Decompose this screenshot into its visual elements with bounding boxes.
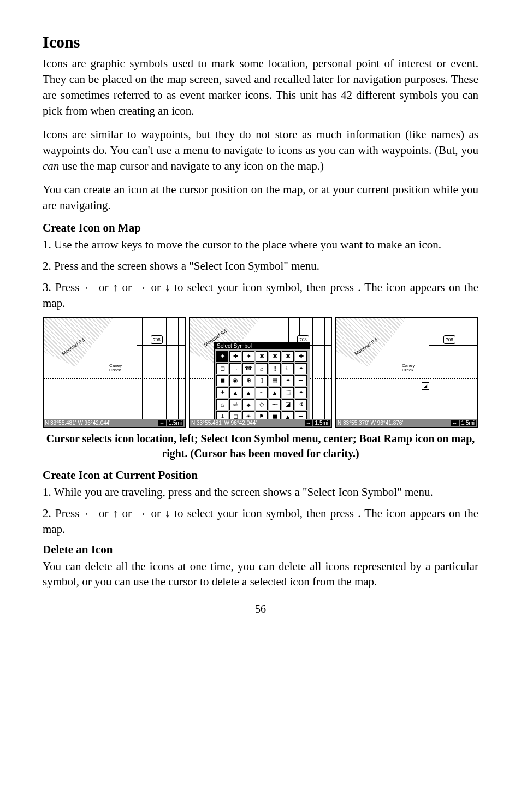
map-screenshot-center: 708 Moncrief Rd Select Symbol ✦✚✦✖✖✖✚◻→☎… <box>189 317 332 428</box>
symbol-cell[interactable]: ✦ <box>282 375 294 386</box>
symbol-cell[interactable]: ↯ <box>295 399 307 410</box>
step-1-2: 2. Press and the screen shows a "Select … <box>43 258 478 274</box>
manual-page: Icons Icons are graphic symbols used to … <box>0 0 521 637</box>
symbol-cell[interactable]: ▲ <box>229 387 241 398</box>
symbol-cell[interactable]: ▲ <box>269 387 281 398</box>
popup-title: Select Symbol <box>215 342 310 349</box>
symbol-cell[interactable]: ☾ <box>282 363 294 374</box>
symbol-cell[interactable]: ✦ <box>216 351 228 362</box>
status-bar: N 33°55.481' W 96°42.044' ↔ 1.5mi <box>44 419 185 427</box>
scale-arrow-icon: ↔ <box>451 420 459 426</box>
symbol-cell[interactable]: ⁓ <box>269 399 281 410</box>
symbol-cell[interactable]: ✖ <box>269 351 281 362</box>
route-shield: 708 <box>151 335 163 344</box>
symbol-cell[interactable]: ◼ <box>216 375 228 386</box>
symbol-cell[interactable]: ✦ <box>295 387 307 398</box>
text-part-b: use the map cursor and navigate to any i… <box>59 159 324 173</box>
symbol-cell[interactable]: ✦ <box>295 363 307 374</box>
symbol-cell[interactable]: ▲ <box>242 387 254 398</box>
status-bar: N 33°55.481' W 96°42.044' ↔ 1.5mi <box>190 419 331 427</box>
symbol-cell[interactable]: → <box>229 363 241 374</box>
paragraph-create-note: You can create an icon at the cursor pos… <box>43 182 478 214</box>
step-1-1: 1. Use the arrow keys to move the cursor… <box>43 237 478 253</box>
paragraph-intro: Icons are graphic symbols used to mark s… <box>43 56 478 119</box>
subheading-delete: Delete an Icon <box>43 543 478 556</box>
symbol-cell[interactable]: ‼ <box>269 363 281 374</box>
symbol-cell[interactable]: ▤ <box>269 375 281 386</box>
map-screenshot-left: 708 Moncrief Rd Caney Creek N 33°55.481'… <box>43 317 186 428</box>
symbol-cell[interactable]: ✚ <box>295 351 307 362</box>
symbol-cell[interactable]: ✦ <box>216 387 228 398</box>
map-screenshot-right: 708 Moncrief Rd Caney Creek ◢ N 33°55.37… <box>335 317 478 428</box>
symbol-cell[interactable]: ◪ <box>282 399 294 410</box>
figure-caption: Cursor selects icon location, left; Sele… <box>43 431 478 461</box>
status-bar: N 33°55.370' W 96°41.876' ↔ 1.5mi <box>336 419 477 427</box>
coords-text: N 33°55.481' W 96°42.044' <box>191 420 257 426</box>
paragraph-delete: You can delete all the icons at one time… <box>43 559 478 590</box>
symbol-cell[interactable]: ◻ <box>216 363 228 374</box>
page-number: 56 <box>43 603 478 615</box>
symbol-cell[interactable]: ☠ <box>229 399 241 410</box>
step-2-1: 1. While you are traveling, press and th… <box>43 484 478 500</box>
boat-ramp-icon: ◢ <box>422 382 429 390</box>
symbol-cell[interactable]: ◉ <box>229 375 241 386</box>
symbol-cell[interactable]: ♣ <box>242 399 254 410</box>
scale-value: 1.5mi <box>167 420 183 426</box>
symbol-cell[interactable]: ☰ <box>295 375 307 386</box>
text-part-a: Icons are similar to waypoints, but they… <box>43 128 478 157</box>
symbol-cell[interactable]: ☎ <box>242 363 254 374</box>
subheading-create-current: Create Icon at Current Position <box>43 469 478 482</box>
scale-value: 1.5mi <box>313 420 330 426</box>
scale-arrow-icon: ↔ <box>158 420 166 426</box>
symbol-cell[interactable]: ✚ <box>229 351 241 362</box>
route-shield: 708 <box>443 335 455 344</box>
symbol-cell[interactable]: ◇ <box>256 399 268 410</box>
symbol-grid[interactable]: ✦✚✦✖✖✖✚◻→☎⌂‼☾✦◼◉⊕▯▤✦☰✦▲▲~▲⬚✦⌂☠♣◇⁓◪↯↧◻☀⚑◼… <box>215 349 310 424</box>
step-1-3: 3. Press ← or ↑ or → or ↓ to select your… <box>43 280 478 311</box>
creek-label: Caney Creek <box>109 364 125 372</box>
select-symbol-popup: Select Symbol ✦✚✦✖✖✖✚◻→☎⌂‼☾✦◼◉⊕▯▤✦☰✦▲▲~▲… <box>214 342 310 424</box>
heading-icons: Icons <box>43 33 478 51</box>
symbol-cell[interactable]: ▯ <box>256 375 268 386</box>
coords-text: N 33°55.370' W 96°41.876' <box>338 420 403 426</box>
scale-arrow-icon: ↔ <box>305 420 312 426</box>
coords-text: N 33°55.481' W 96°42.044' <box>45 420 110 426</box>
symbol-cell[interactable]: ⌂ <box>216 399 228 410</box>
symbol-cell[interactable]: ✖ <box>256 351 268 362</box>
text-em-can: can <box>43 159 59 173</box>
step-2-2: 2. Press ← or ↑ or → or ↓ to select your… <box>43 506 478 537</box>
creek-label: Caney Creek <box>402 364 417 372</box>
figure-row: 708 Moncrief Rd Caney Creek N 33°55.481'… <box>43 317 478 428</box>
symbol-cell[interactable]: ✦ <box>242 351 254 362</box>
scale-value: 1.5mi <box>460 420 476 426</box>
symbol-cell[interactable]: ⊕ <box>242 375 254 386</box>
paragraph-similar: Icons are similar to waypoints, but they… <box>43 127 478 174</box>
symbol-cell[interactable]: ~ <box>256 387 268 398</box>
subheading-create-map: Create Icon on Map <box>43 221 478 235</box>
symbol-cell[interactable]: ✖ <box>282 351 294 362</box>
symbol-cell[interactable]: ⌂ <box>256 363 268 374</box>
symbol-cell[interactable]: ⬚ <box>282 387 294 398</box>
